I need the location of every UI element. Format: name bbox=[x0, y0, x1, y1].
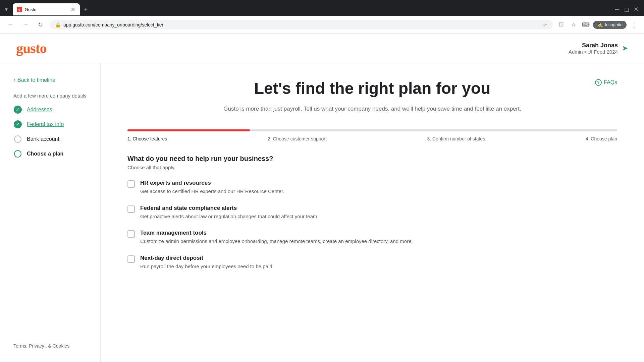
incognito-label: Incognito bbox=[605, 22, 623, 27]
sidebar-top: ‹ Back to timeline Add a few more compan… bbox=[13, 76, 87, 158]
checkbox-next-day-deposit-input[interactable] bbox=[127, 255, 135, 263]
forward-nav-button[interactable]: → bbox=[20, 19, 31, 30]
minimize-button[interactable]: ─ bbox=[613, 5, 621, 13]
user-menu-chevron[interactable]: ➤ bbox=[622, 44, 628, 53]
steps-container: 1. Choose features 2. Choose customer su… bbox=[127, 129, 617, 141]
circle-empty-icon bbox=[14, 135, 21, 143]
circle-active-icon bbox=[14, 150, 21, 158]
star-icon[interactable]: ☆ bbox=[569, 20, 578, 29]
sidebar-item-federal-tax-label: Federal tax info bbox=[27, 121, 64, 127]
checkbox-team-management[interactable]: Team management tools Customize admin pe… bbox=[127, 230, 617, 245]
device-icon[interactable]: ⌨ bbox=[581, 20, 590, 29]
incognito-badge[interactable]: 🕵 Incognito bbox=[593, 21, 627, 29]
sidebar-item-addresses-label: Addresses bbox=[27, 107, 52, 113]
sidebar: ‹ Back to timeline Add a few more compan… bbox=[0, 63, 101, 362]
url-text: app.gusto.com/company_onboarding/select_… bbox=[63, 22, 540, 27]
main-content: ? FAQs Let's find the right plan for you… bbox=[101, 63, 644, 362]
refresh-button[interactable]: ↻ bbox=[35, 19, 46, 30]
checkbox-hr-experts-input[interactable] bbox=[127, 180, 135, 188]
question-title: What do you need to help run your busine… bbox=[127, 155, 617, 163]
active-tab[interactable]: g Gusto ✕ bbox=[13, 3, 80, 15]
incognito-icon: 🕵 bbox=[597, 22, 603, 27]
checkbox-hr-experts-content: HR experts and resources Get access to c… bbox=[140, 180, 617, 195]
browser-chrome: ▼ g Gusto ✕ + ─ ◻ ✕ ← → ↻ 🔒 app.gusto.co… bbox=[0, 0, 644, 34]
tab-title: Gusto bbox=[25, 7, 68, 12]
url-bar[interactable]: 🔒 app.gusto.com/company_onboarding/selec… bbox=[50, 20, 553, 29]
user-menu[interactable]: Sarah Jonas Admin • UI Feed 2024 ➤ bbox=[569, 42, 628, 55]
tab-dropdown-arrow[interactable]: ▼ bbox=[0, 7, 13, 12]
checkbox-team-management-input[interactable] bbox=[127, 230, 135, 238]
progress-bar-fill bbox=[127, 129, 250, 131]
tab-favicon: g bbox=[17, 7, 22, 12]
browser-menu-button[interactable]: ⋮ bbox=[629, 19, 639, 30]
sidebar-section-title: Add a few more company details bbox=[13, 93, 87, 99]
checkbox-team-management-content: Team management tools Customize admin pe… bbox=[140, 230, 617, 245]
close-button[interactable]: ✕ bbox=[632, 5, 640, 13]
page-body: ‹ Back to timeline Add a few more compan… bbox=[0, 63, 644, 362]
sidebar-item-federal-tax-icon: ✓ bbox=[13, 120, 22, 129]
checkbox-compliance-alerts-desc: Get proactive alerts about law or regula… bbox=[140, 213, 617, 221]
sidebar-item-addresses-icon: ✓ bbox=[13, 105, 22, 114]
new-tab-button[interactable]: + bbox=[80, 6, 92, 13]
checkbox-compliance-alerts-input[interactable] bbox=[127, 205, 135, 213]
checkbox-next-day-deposit-desc: Run payroll the day before your employee… bbox=[140, 263, 617, 270]
back-link-label: Back to timeline bbox=[17, 77, 55, 83]
sidebar-item-bank-account[interactable]: Bank account bbox=[13, 135, 87, 143]
step-2-label: 2. Choose customer support bbox=[268, 136, 327, 141]
user-role: Admin • UI Feed 2024 bbox=[569, 49, 618, 55]
checkbox-hr-experts[interactable]: HR experts and resources Get access to c… bbox=[127, 180, 617, 195]
step-1-label: 1. Choose features bbox=[127, 136, 167, 141]
page-subtitle: Gusto is more than just payroll. Tell us… bbox=[127, 104, 617, 113]
sidebar-item-bank-account-label: Bank account bbox=[27, 136, 59, 142]
checkbox-compliance-alerts-label: Federal and state compliance alerts bbox=[140, 205, 617, 212]
back-nav-button[interactable]: ← bbox=[5, 19, 16, 30]
check-filled-icon: ✓ bbox=[14, 106, 22, 114]
sidebar-item-choose-plan-label: Choose a plan bbox=[27, 151, 63, 157]
step-3-label: 3. Confirm number of states bbox=[427, 136, 485, 141]
omnibar: ← → ↻ 🔒 app.gusto.com/company_onboarding… bbox=[0, 16, 644, 34]
cookies-link[interactable]: Cookies bbox=[53, 343, 70, 349]
step-4-label: 4. Choose plan bbox=[586, 136, 617, 141]
gusto-logo: gusto bbox=[16, 40, 47, 56]
tab-bar: ▼ g Gusto ✕ + ─ ◻ ✕ bbox=[0, 0, 644, 16]
checkbox-next-day-deposit[interactable]: Next-day direct deposit Run payroll the … bbox=[127, 255, 617, 270]
privacy-link[interactable]: Privacy bbox=[29, 343, 44, 349]
maximize-button[interactable]: ◻ bbox=[623, 5, 631, 13]
faqs-icon: ? bbox=[595, 79, 602, 86]
question-subtitle: Choose all that apply. bbox=[127, 165, 617, 170]
checkbox-hr-experts-desc: Get access to certified HR experts and o… bbox=[140, 188, 617, 195]
checkbox-next-day-deposit-label: Next-day direct deposit bbox=[140, 255, 617, 261]
checkbox-compliance-alerts-content: Federal and state compliance alerts Get … bbox=[140, 205, 617, 221]
user-name: Sarah Jonas bbox=[569, 42, 618, 49]
omnibar-icons: 👁̸ ☆ ⌨ 🕵 Incognito ⋮ bbox=[557, 19, 639, 30]
sidebar-item-choose-plan[interactable]: Choose a plan bbox=[13, 149, 87, 158]
lock-icon: 🔒 bbox=[55, 22, 61, 27]
checkbox-team-management-label: Team management tools bbox=[140, 230, 617, 236]
tab-close-button[interactable]: ✕ bbox=[70, 7, 76, 12]
back-to-timeline-link[interactable]: ‹ Back to timeline bbox=[13, 76, 87, 83]
back-arrow-icon: ‹ bbox=[13, 76, 15, 83]
faqs-link[interactable]: ? FAQs bbox=[595, 79, 617, 86]
page-title: Let's find the right plan for you bbox=[127, 79, 617, 98]
footer-separator: , & bbox=[46, 343, 53, 349]
sidebar-item-choose-plan-icon bbox=[13, 149, 22, 158]
checkbox-compliance-alerts[interactable]: Federal and state compliance alerts Get … bbox=[127, 205, 617, 221]
faqs-label: FAQs bbox=[604, 79, 617, 85]
terms-link[interactable]: Terms bbox=[13, 343, 26, 349]
sidebar-items-list: ✓ Addresses ✓ Federal tax info Bank acco… bbox=[13, 105, 87, 158]
page-header: gusto Sarah Jonas Admin • UI Feed 2024 ➤ bbox=[0, 34, 644, 63]
sidebar-item-addresses[interactable]: ✓ Addresses bbox=[13, 105, 87, 114]
sidebar-item-federal-tax[interactable]: ✓ Federal tax info bbox=[13, 120, 87, 129]
check-filled-icon-2: ✓ bbox=[14, 120, 22, 128]
user-details: Sarah Jonas Admin • UI Feed 2024 bbox=[569, 42, 618, 55]
bookmark-icon[interactable]: ☆ bbox=[543, 22, 547, 27]
checkbox-team-management-desc: Customize admin permissions and employee… bbox=[140, 238, 617, 245]
checkbox-next-day-deposit-content: Next-day direct deposit Run payroll the … bbox=[140, 255, 617, 270]
steps-labels: 1. Choose features 2. Choose customer su… bbox=[127, 136, 617, 141]
checkbox-hr-experts-label: HR experts and resources bbox=[140, 180, 617, 186]
eye-slash-icon[interactable]: 👁̸ bbox=[557, 20, 566, 29]
sidebar-item-bank-account-icon bbox=[13, 135, 22, 143]
sidebar-footer: Terms, Privacy , & Cookies bbox=[13, 343, 87, 349]
window-controls: ─ ◻ ✕ bbox=[613, 5, 644, 13]
progress-bar-track bbox=[127, 129, 617, 131]
